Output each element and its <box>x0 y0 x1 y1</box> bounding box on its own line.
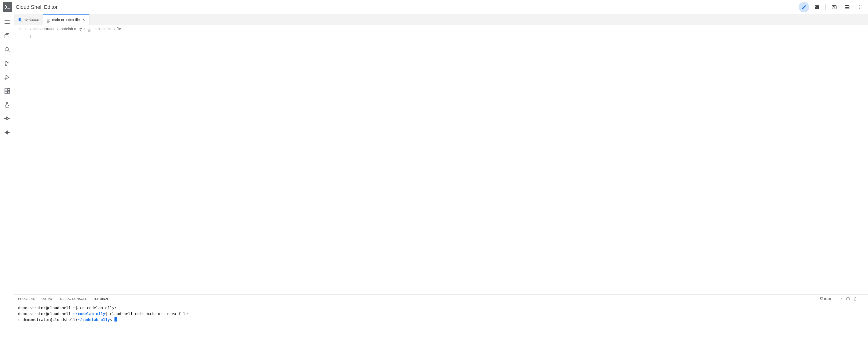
svg-rect-22 <box>19 18 20 21</box>
svg-point-28 <box>863 298 864 299</box>
svg-point-11 <box>5 61 6 62</box>
tab-welcome-label: Welcome <box>24 18 39 22</box>
panel-tab-output[interactable]: OUTPUT <box>41 296 54 302</box>
panel-more-button[interactable] <box>860 297 864 301</box>
svg-point-14 <box>5 78 6 79</box>
tab-main-file[interactable]: main-or-index-file ✕ <box>43 14 90 25</box>
code-area[interactable] <box>36 33 868 294</box>
testing-icon[interactable] <box>3 101 11 109</box>
split-terminal-button[interactable] <box>846 297 850 301</box>
breadcrumb-file[interactable]: main-or-index-file <box>94 27 121 31</box>
svg-rect-4 <box>845 7 849 8</box>
terminal-line: ○ demonstrator@cloudshell:~/codelab-o11y… <box>18 317 117 322</box>
breadcrumb-segment[interactable]: codelab-o11y <box>60 27 82 31</box>
editor-tabs: Welcome main-or-index-file ✕ <box>14 14 868 25</box>
gemini-icon[interactable] <box>3 129 11 136</box>
svg-point-2 <box>834 6 835 7</box>
line-number: 1 <box>14 34 31 38</box>
activity-bar <box>0 14 14 342</box>
editor-area[interactable]: 1 <box>14 33 868 294</box>
line-gutter: 1 <box>14 33 36 294</box>
breadcrumb-segment[interactable]: demonstrator <box>34 27 55 31</box>
svg-point-6 <box>860 7 860 8</box>
svg-point-26 <box>861 298 861 299</box>
welcome-icon <box>18 18 22 22</box>
svg-rect-9 <box>5 34 8 38</box>
menu-icon[interactable] <box>3 18 11 26</box>
cloud-shell-logo-icon <box>3 2 12 12</box>
terminal-line: demonstrator@cloudshell:~/codelab-o11y$ … <box>18 312 188 316</box>
bottom-panel: PROBLEMS OUTPUT DEBUG CONSOLE TERMINAL b… <box>14 294 868 342</box>
breadcrumb-segment[interactable]: home <box>19 27 28 31</box>
explorer-icon[interactable] <box>3 32 11 39</box>
breadcrumb: home › demonstrator › codelab-o11y › mai… <box>14 25 868 33</box>
panel-tab-terminal[interactable]: TERMINAL <box>93 296 109 302</box>
svg-point-7 <box>860 8 860 9</box>
kill-terminal-button[interactable] <box>853 297 857 301</box>
svg-point-12 <box>5 64 6 66</box>
tab-welcome[interactable]: Welcome <box>14 14 43 25</box>
session-layout-button[interactable] <box>842 2 852 12</box>
panel-tabs: PROBLEMS OUTPUT DEBUG CONSOLE TERMINAL b… <box>14 294 868 303</box>
terminal-cursor <box>115 317 117 321</box>
source-control-icon[interactable] <box>3 60 11 67</box>
terminal-line: demonstrator@cloudshell:~$ cd codelab-o1… <box>18 306 117 310</box>
more-menu-button[interactable] <box>855 2 865 12</box>
chevron-right-icon: › <box>84 27 86 31</box>
svg-rect-18 <box>8 88 10 91</box>
svg-rect-24 <box>820 298 823 300</box>
svg-rect-16 <box>5 91 7 93</box>
cloud-shell-header: Cloud Shell Editor <box>0 0 868 14</box>
search-icon[interactable] <box>3 46 11 53</box>
terminal-profile-selector[interactable]: bash <box>819 297 831 301</box>
terminal-profile-label: bash <box>824 297 831 301</box>
svg-point-5 <box>860 5 860 6</box>
preview-button[interactable] <box>829 2 839 12</box>
file-lines-icon <box>88 26 91 32</box>
file-lines-icon <box>47 17 50 23</box>
open-terminal-button[interactable] <box>812 2 822 12</box>
tab-main-file-label: main-or-index-file <box>52 18 80 22</box>
svg-rect-17 <box>7 91 9 93</box>
run-debug-icon[interactable] <box>3 74 11 81</box>
chevron-right-icon: › <box>30 27 31 31</box>
svg-rect-15 <box>5 89 7 91</box>
terminal-output[interactable]: demonstrator@cloudshell:~$ cd codelab-o1… <box>14 303 868 342</box>
panel-tab-debug[interactable]: DEBUG CONSOLE <box>60 296 87 302</box>
new-terminal-button[interactable] <box>834 297 843 301</box>
current-line-highlight <box>36 33 865 38</box>
tab-close-button[interactable]: ✕ <box>82 18 86 22</box>
cloud-code-icon[interactable] <box>3 115 11 122</box>
open-editor-button[interactable] <box>799 2 809 12</box>
svg-rect-0 <box>815 5 819 9</box>
svg-point-27 <box>862 298 863 299</box>
svg-rect-23 <box>21 18 22 21</box>
extensions-icon[interactable] <box>3 87 11 95</box>
chevron-right-icon: › <box>57 27 58 31</box>
header-title: Cloud Shell Editor <box>16 4 58 10</box>
panel-tab-problems[interactable]: PROBLEMS <box>18 296 35 302</box>
